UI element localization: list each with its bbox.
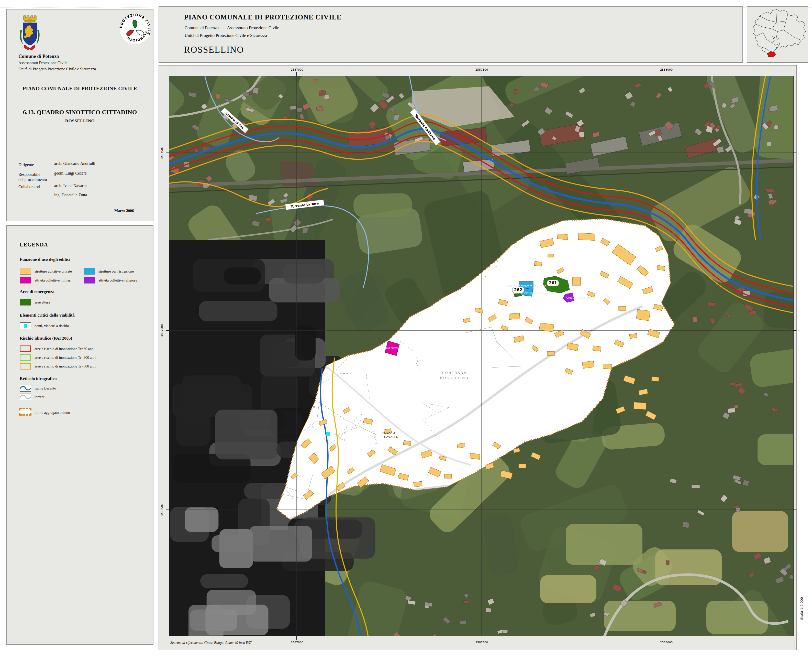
badge-area-262: 262	[512, 287, 524, 293]
map-feature	[312, 79, 317, 82]
map-feature	[514, 89, 518, 94]
map-feature	[579, 132, 584, 138]
map-feature	[185, 508, 218, 532]
legend-label-istruzione: strutture per l'istruzione	[98, 269, 134, 274]
inset-map	[747, 7, 808, 62]
legend-section-viabilita: Elementi critici della viabilità	[20, 313, 75, 318]
credit-role-dirigente: Dirigente	[18, 162, 34, 167]
credit-value-dirigente: arch. Giancarlo Andriulli	[54, 161, 95, 166]
swatch-limite-urbano	[19, 408, 32, 416]
credit-value-collaboratore-2: ing. Donatella Zotta	[54, 193, 87, 197]
label-chiesa: Chiesa Rossellino	[566, 296, 591, 300]
residential-building	[572, 277, 581, 286]
legend-label-militari: attività collettive militari	[35, 278, 71, 282]
header-place: ROSSELLINO	[184, 45, 244, 55]
label-poggio-2: CAVALLO	[384, 435, 399, 439]
map-feature	[774, 125, 779, 130]
swatch-abitative	[20, 268, 31, 274]
header-title: PIANO COMUNALE DI PROTEZIONE CIVILE	[184, 13, 342, 21]
map-feature	[297, 108, 302, 113]
legend-panel: LEGENDA Funzione d'uso degli edifici str…	[6, 225, 154, 645]
legend-label-abitative: strutture abitative private	[35, 269, 72, 274]
scale-note: Scala 1:2.000	[800, 597, 804, 620]
coord-top-3: 2588000	[660, 68, 673, 71]
legend-label-ponti: ponti, viadotti a rischio	[35, 324, 69, 328]
residential-building	[413, 481, 422, 487]
map-feature	[460, 620, 467, 624]
credit-value-collaboratore-1: arch. Ivana Navarra	[54, 184, 87, 188]
residential-building	[578, 233, 595, 240]
section-title: 6.13. QUADRO SINOTTICO CITTADINO	[7, 109, 153, 116]
residential-building	[603, 364, 612, 369]
credit-value-responsabile: geom. Luigi Cecere	[54, 171, 87, 176]
label-masseria-2: CAMMAROTA	[294, 405, 315, 408]
residential-building	[619, 306, 626, 311]
coord-bottom-2: 2587500	[475, 641, 488, 644]
swatch-istruzione	[84, 268, 95, 274]
residential-building	[403, 440, 411, 446]
legend-title: LEGENDA	[20, 241, 48, 248]
map-feature	[734, 405, 738, 408]
legend-section-emergenza: Aree di emergenza	[20, 289, 54, 294]
map-feature	[295, 325, 316, 360]
residential-building	[534, 261, 542, 267]
map-feature	[199, 301, 277, 321]
credit-role-responsabile-1: Responsabile	[18, 172, 40, 177]
residential-building	[547, 351, 554, 355]
coord-left-1: 4497500	[160, 146, 164, 159]
legend-label-tr30: aree a rischio di inondazione Tr=30 anni	[35, 347, 95, 351]
credit-role-responsabile-2: del procedimento	[18, 177, 47, 182]
residential-building	[633, 402, 646, 409]
map-feature	[767, 141, 771, 146]
map-feature	[464, 600, 469, 604]
map-feature	[353, 193, 412, 217]
residential-building	[509, 313, 520, 320]
map-feature	[290, 106, 296, 110]
map-feature	[283, 264, 324, 284]
legend-label-tr200: aree a rischio di inondazione Tr=200 ann…	[35, 355, 97, 360]
map-feature	[666, 560, 669, 565]
header-subtitle-2: Unità di Progetto Protezione Civile e Si…	[185, 33, 267, 38]
credit-role-collaboratori: Collaboratori	[18, 184, 40, 189]
legend-label-torrenti: torrenti	[35, 395, 46, 399]
map-feature	[394, 114, 399, 120]
comune-di-potenza-coat-of-arms-icon	[18, 14, 41, 52]
header-assessorato: Assessorato Protezione Civile	[227, 25, 279, 30]
protezione-civile-nazionale-logo-icon: PROTEZIONE CIVILE NAZIONALE	[119, 14, 150, 45]
residential-building	[636, 309, 651, 321]
swatch-militari	[20, 277, 31, 284]
badge-area-261: 261	[547, 280, 559, 286]
aerial-map: Torrente La Tora Torrente Gallitello Gra…	[169, 76, 793, 636]
residential-building	[519, 464, 526, 468]
residential-building	[651, 376, 659, 382]
label-vivaio: Vivaio Forestale	[382, 346, 402, 349]
map-feature	[249, 526, 312, 562]
reference-system-note: Sistema di riferimento: Gauss Boaga, Rom…	[170, 641, 252, 645]
swatch-tr200	[20, 354, 31, 361]
map-feature	[212, 535, 251, 552]
map-feature	[317, 106, 323, 111]
residential-building	[548, 254, 554, 257]
legend-label-aree-attesa: aree attesa	[35, 300, 50, 305]
map-feature	[302, 227, 308, 234]
residential-building	[557, 234, 568, 240]
org-name: Comune di Potenza	[18, 54, 59, 59]
legend-label-basento: fiume Basento	[35, 386, 56, 390]
label-contrada-2: ROSSELLINO	[440, 376, 469, 380]
coord-top-2: 2587500	[475, 68, 488, 71]
residential-building	[593, 346, 601, 351]
coord-bottom-1: 2587000	[291, 641, 303, 644]
map-feature	[205, 605, 268, 635]
legend-label-religiose: attività collettive religiose	[98, 278, 137, 282]
map-feature	[176, 403, 211, 446]
map-feature	[732, 511, 788, 552]
section-subtitle: ROSSELLINO	[7, 119, 153, 124]
map-feature	[744, 209, 753, 214]
swatch-tr30	[20, 346, 31, 352]
legend-section-funzione: Funzione d'uso degli edifici	[20, 257, 70, 262]
swatch-torrenti	[20, 393, 31, 400]
map-panel: Torrente La Tora Torrente Gallitello Gra…	[158, 65, 797, 650]
header-org: Comune di Potenza	[185, 25, 218, 30]
swatch-religiose	[84, 277, 95, 284]
coord-bottom-3: 2588000	[660, 641, 673, 644]
